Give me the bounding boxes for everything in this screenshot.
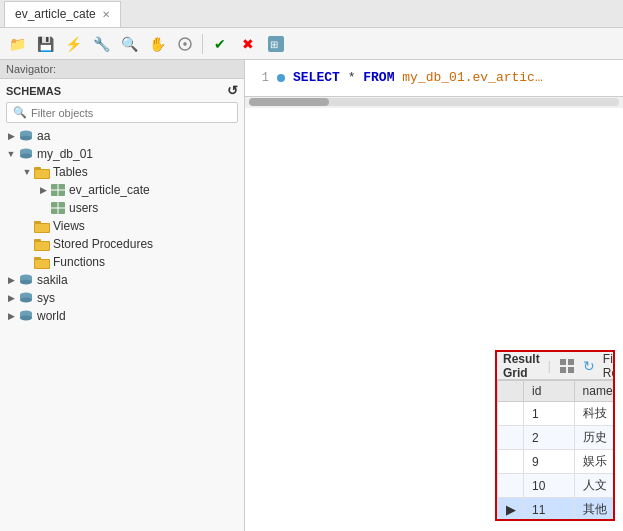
svg-rect-19 (34, 221, 41, 224)
filter-input[interactable] (31, 107, 231, 119)
folder-icon-views (34, 218, 50, 234)
table-row[interactable]: 1 科技 kEJI 0 (498, 402, 614, 426)
row-arrow-5: ▶ (498, 498, 524, 520)
code-star: * (348, 68, 356, 88)
db-icon-my_db_01 (18, 146, 34, 162)
line-dot-1 (277, 74, 285, 82)
tree-item-ev_article_cate[interactable]: ▶ ev_article_cate (0, 181, 244, 199)
sql-editor[interactable]: 1 SELECT * FROM my_db_01.ev_artic … (245, 60, 623, 96)
table-icon-users (50, 200, 66, 216)
result-table: id name alias is_delete 1 科技 kEJI 0 (497, 380, 613, 519)
tree-item-sys[interactable]: ▶ sys (0, 289, 244, 307)
svg-point-35 (20, 316, 32, 321)
table-row[interactable]: 2 历史 LISHI 0 (498, 426, 614, 450)
refresh-result-icon[interactable]: ↻ (583, 356, 595, 376)
code-from: FROM (363, 68, 394, 88)
cell-name-1: 科技 (574, 402, 613, 426)
tree-label-stored-procedures: Stored Procedures (53, 237, 153, 251)
hand-button[interactable]: ✋ (144, 32, 170, 56)
tab-label: ev_article_cate (15, 7, 96, 21)
cell-name-5: 其他 (574, 498, 613, 520)
save-button[interactable]: 💾 (32, 32, 58, 56)
tree-label-my_db_01: my_db_01 (37, 147, 93, 161)
tree-label-ev_article_cate: ev_article_cate (69, 183, 150, 197)
code-table: my_db_01.ev_artic (402, 68, 535, 88)
svg-rect-36 (560, 359, 566, 365)
tree-item-views[interactable]: ▶ Views (0, 217, 244, 235)
table-row[interactable]: 10 人文 REN 0 (498, 474, 614, 498)
tree-item-tables[interactable]: ▼ Tables (0, 163, 244, 181)
scrollbar-track[interactable] (249, 98, 619, 106)
svg-rect-37 (568, 359, 574, 365)
table-icon-ev_article_cate (50, 182, 66, 198)
result-grid-tab[interactable]: Result Grid (503, 352, 540, 380)
tree-item-functions[interactable]: ▶ Functions (0, 253, 244, 271)
cell-id-4: 10 (524, 474, 575, 498)
folder-icon-stored-procedures (34, 236, 50, 252)
svg-point-8 (20, 154, 32, 159)
db-icon-world (18, 308, 34, 324)
cell-id-2: 2 (524, 426, 575, 450)
close-icon[interactable]: ✕ (102, 9, 110, 20)
tree-label-views: Views (53, 219, 85, 233)
filter-box: 🔍 (6, 102, 238, 123)
code-select: SELECT (293, 68, 340, 88)
tree-label-users: users (69, 201, 98, 215)
db-icon-sys (18, 290, 34, 306)
cell-name-4: 人文 (574, 474, 613, 498)
scrollbar-thumb[interactable] (249, 98, 329, 106)
toolbar: 📁 💾 ⚡ 🔧 🔍 ✋ ✔ ✖ ⊞ (0, 28, 623, 60)
tree-arrow-tables: ▼ (20, 167, 34, 177)
svg-point-5 (20, 136, 32, 141)
svg-rect-10 (34, 167, 41, 170)
line-number-1: 1 (253, 69, 269, 87)
settings-button[interactable]: 🔧 (88, 32, 114, 56)
col-header-name: name (574, 381, 613, 402)
folder-icon-functions (34, 254, 50, 270)
link-button[interactable] (172, 32, 198, 56)
tree-arrow-sakila: ▶ (4, 275, 18, 285)
schemas-label: SCHEMAS ↺ (0, 79, 244, 100)
svg-rect-20 (35, 224, 49, 232)
tree-label-sakila: sakila (37, 273, 68, 287)
cancel-button[interactable]: ✖ (235, 32, 261, 56)
toolbar-separator (202, 34, 203, 54)
svg-text:⊞: ⊞ (270, 39, 278, 50)
check-button[interactable]: ✔ (207, 32, 233, 56)
code-line-1: 1 SELECT * FROM my_db_01.ev_artic … (245, 64, 623, 92)
tab-bar: ev_article_cate ✕ (0, 0, 623, 28)
execute-button[interactable]: ⚡ (60, 32, 86, 56)
svg-point-32 (20, 298, 32, 303)
svg-rect-25 (34, 257, 41, 260)
db-icon-sakila (18, 272, 34, 288)
content-wrapper: Navigator: SCHEMAS ↺ 🔍 ▶ aa ▼ (0, 60, 623, 531)
svg-rect-11 (35, 170, 49, 178)
nav-tree: ▶ aa ▼ my_db_01 ▼ (0, 125, 244, 531)
refresh-icon[interactable]: ↺ (227, 83, 238, 98)
table-row[interactable]: 9 娱乐 YU 0 (498, 450, 614, 474)
open-button[interactable]: 📁 (4, 32, 30, 56)
tree-item-users[interactable]: ▶ users (0, 199, 244, 217)
tree-item-aa[interactable]: ▶ aa (0, 127, 244, 145)
grid-icon[interactable] (559, 356, 575, 376)
navigator-panel: Navigator: SCHEMAS ↺ 🔍 ▶ aa ▼ (0, 60, 245, 531)
tab-ev-article-cate[interactable]: ev_article_cate ✕ (4, 1, 121, 27)
search-button[interactable]: 🔍 (116, 32, 142, 56)
tree-item-world[interactable]: ▶ world (0, 307, 244, 325)
code-table-cont: … (535, 68, 543, 88)
cell-name-3: 娱乐 (574, 450, 613, 474)
tree-arrow-my_db_01: ▼ (4, 149, 18, 159)
horizontal-scrollbar[interactable] (245, 96, 623, 108)
svg-rect-22 (34, 239, 41, 242)
svg-point-29 (20, 280, 32, 285)
tree-item-my_db_01[interactable]: ▼ my_db_01 (0, 145, 244, 163)
tree-item-sakila[interactable]: ▶ sakila (0, 271, 244, 289)
tree-item-stored-procedures[interactable]: ▶ Stored Procedures (0, 235, 244, 253)
row-arrow-3 (498, 450, 524, 474)
svg-rect-39 (568, 367, 574, 373)
cell-id-1: 1 (524, 402, 575, 426)
search-icon: 🔍 (13, 106, 27, 119)
cell-id-3: 9 (524, 450, 575, 474)
gear-button[interactable]: ⊞ (263, 32, 289, 56)
table-row-selected[interactable]: ▶ 11 其他 QITA 0 (498, 498, 614, 520)
